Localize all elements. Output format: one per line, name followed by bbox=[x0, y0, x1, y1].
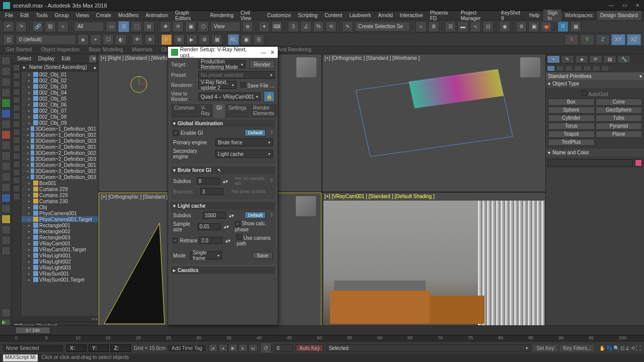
scene-item[interactable]: ◦▸VRayCam001 bbox=[21, 240, 98, 246]
render-production-icon[interactable]: 🫖 bbox=[541, 21, 552, 32]
scene-children-icon[interactable] bbox=[13, 88, 20, 96]
keyfilters-button[interactable]: Key Filters... bbox=[560, 345, 594, 351]
object-color-swatch[interactable] bbox=[635, 159, 642, 166]
scene-filter-frozen-icon[interactable] bbox=[13, 193, 20, 200]
vp-label-tl[interactable]: [+] [Right ] [Standard ] [Wireframe ] bbox=[101, 55, 179, 61]
primitive-button-torus[interactable]: Torus bbox=[548, 123, 595, 130]
bruteforce-rollout[interactable]: Brute force GI bbox=[178, 167, 211, 173]
menu-scripting[interactable]: Scripting bbox=[295, 12, 320, 19]
dock-toggle-icon[interactable] bbox=[2, 56, 11, 65]
scene-item[interactable]: ◦▸3DGeom~1_Definition_001 bbox=[21, 126, 98, 132]
tab-settings[interactable]: Settings bbox=[225, 104, 250, 117]
maximize-vp-icon[interactable]: ⛶ bbox=[636, 345, 641, 351]
cmd-tab-motion[interactable]: ⟳ bbox=[589, 55, 602, 63]
scene-filter-helper-icon[interactable] bbox=[13, 145, 20, 152]
lightcache-rollout[interactable]: Light cache bbox=[178, 203, 206, 209]
xz-constraint-icon[interactable]: XZ bbox=[627, 34, 641, 45]
lc-subdivs-spinner[interactable] bbox=[203, 212, 226, 219]
primitive-button-teapot[interactable]: Teapot bbox=[548, 131, 595, 138]
cylinder-icon[interactable] bbox=[2, 194, 11, 203]
selection-filter[interactable]: All bbox=[74, 22, 104, 32]
scene-item[interactable]: ◦▸Rectangle002 bbox=[21, 228, 98, 234]
sub-shapes-icon[interactable] bbox=[556, 65, 564, 71]
layer-manager-icon[interactable] bbox=[2, 77, 11, 86]
lc-save-button[interactable]: Save bbox=[252, 252, 273, 259]
tab-render-elements[interactable]: Render Elements bbox=[250, 104, 277, 117]
orbit-icon[interactable]: ⟲ bbox=[631, 345, 635, 351]
rotate-tool-icon[interactable] bbox=[2, 151, 11, 160]
lc-sample-spinner[interactable] bbox=[198, 223, 221, 230]
scene-item[interactable]: ◦▸002_Obj_07 bbox=[21, 108, 98, 114]
autokey-button[interactable]: Auto Key bbox=[296, 344, 324, 352]
time-config-icon[interactable]: ⏱ bbox=[261, 342, 272, 353]
x-constraint-icon[interactable]: X bbox=[565, 34, 579, 45]
toggle-ribbon-icon[interactable]: ▬ bbox=[457, 21, 468, 32]
pan-view-icon[interactable]: ✋ bbox=[599, 345, 605, 351]
manipulate-icon[interactable]: ✦ bbox=[259, 21, 270, 32]
spinner-snap-icon[interactable]: ⟲ bbox=[326, 21, 337, 32]
object-name-input[interactable] bbox=[548, 159, 633, 166]
prev-frame-icon[interactable]: ◂ bbox=[218, 344, 227, 352]
menu-file[interactable]: File bbox=[2, 12, 16, 19]
named-selection-dropdown[interactable]: Create Selection Se bbox=[355, 22, 410, 32]
setkey-button[interactable]: Set Key bbox=[533, 345, 557, 351]
scene-item[interactable]: ◦▸002_Obj_03 bbox=[21, 83, 98, 89]
category-dropdown[interactable]: Standard Primitives bbox=[548, 73, 639, 79]
scene-item[interactable]: ◦▸002_Obj_06 bbox=[21, 102, 98, 108]
retrace-checkbox[interactable]: ✓ bbox=[173, 238, 178, 243]
sub-lights-icon[interactable] bbox=[565, 65, 573, 71]
lock-view-icon[interactable]: 🔒 bbox=[264, 91, 275, 102]
scene-item[interactable]: ◦▸Obj bbox=[21, 204, 98, 210]
ribbon-inspection[interactable]: Object Inspection bbox=[37, 46, 84, 54]
scene-search-icon[interactable] bbox=[13, 64, 20, 71]
scene-item[interactable]: ◦▸002_Obj_09 bbox=[21, 120, 98, 126]
layer-select-icon[interactable]: ☐ bbox=[103, 34, 114, 45]
editor-icon[interactable]: ☰ bbox=[253, 34, 264, 45]
scene-expand-icon[interactable] bbox=[13, 97, 20, 104]
primitive-button-sphere[interactable]: Sphere bbox=[548, 107, 595, 114]
next-frame-icon[interactable]: ▸ bbox=[238, 344, 248, 352]
keymode-dropdown[interactable]: Selected bbox=[327, 344, 531, 351]
scene-item[interactable]: ◦▸Rectangle001 bbox=[21, 222, 98, 228]
goto-end-icon[interactable]: ▸| bbox=[249, 344, 258, 352]
frame-input[interactable] bbox=[275, 344, 293, 351]
tab-vray[interactable]: V-Ray bbox=[198, 104, 213, 117]
selector-icon[interactable] bbox=[2, 99, 11, 108]
placement-icon[interactable]: ⬡ bbox=[198, 21, 209, 32]
sim-icon[interactable]: ▶ bbox=[186, 34, 197, 45]
play-anim-icon[interactable]: ▶ bbox=[228, 344, 237, 352]
scene-item[interactable]: ◦▸3DGeom~3_Definition_001 bbox=[21, 162, 98, 168]
menu-arnold[interactable]: Arnold bbox=[375, 12, 396, 19]
viewcube-icon[interactable] bbox=[296, 57, 316, 77]
usecam-checkbox[interactable] bbox=[236, 234, 242, 240]
zoom-icon[interactable]: 🔍 bbox=[613, 345, 619, 351]
scene-filter-xref-icon[interactable] bbox=[13, 177, 20, 184]
viewport-top-right[interactable]: [+] [Orthographic ] [Standard ] [Wirefra… bbox=[323, 54, 545, 192]
enable-gi-checkbox[interactable]: ✓ bbox=[173, 130, 179, 136]
align-icon[interactable]: ≣ bbox=[428, 21, 439, 32]
scene-item[interactable]: ◦▸3DGeom~2_Definition_003 bbox=[21, 156, 98, 162]
grid-icon[interactable]: ⊞ bbox=[174, 34, 185, 45]
sphere-icon[interactable] bbox=[2, 183, 11, 192]
menu-help[interactable]: Help bbox=[526, 12, 543, 19]
scene-filter-cam-icon[interactable] bbox=[13, 137, 20, 144]
redo-icon[interactable]: ↷ bbox=[16, 21, 27, 32]
undo-icon[interactable]: ↶ bbox=[3, 21, 14, 32]
scene-item[interactable]: ◦▸002_Obj_04 bbox=[21, 89, 98, 96]
menu-pm[interactable]: Project Manager bbox=[458, 10, 497, 22]
scene-item[interactable]: ◦▸3DGeom~2_Definition_001 bbox=[21, 144, 98, 150]
menu-create[interactable]: Create bbox=[93, 12, 114, 19]
tab-gi[interactable]: GI bbox=[213, 104, 225, 118]
scene-filter-shape-icon[interactable] bbox=[13, 121, 20, 128]
relax-icon[interactable]: RL bbox=[228, 34, 239, 45]
angle-snap-icon[interactable]: ∠ bbox=[300, 21, 311, 32]
scene-tab-display[interactable]: Display bbox=[35, 55, 58, 62]
viewcube-icon[interactable] bbox=[296, 196, 316, 216]
rect-region-icon[interactable]: ⬚ bbox=[131, 21, 142, 32]
cube-icon[interactable] bbox=[2, 172, 11, 182]
curve-editor-icon[interactable]: ∿ bbox=[470, 21, 481, 32]
scale-icon[interactable]: ▣ bbox=[185, 21, 196, 32]
scene-item[interactable]: ◦▸3DGeom~2_Definition_002 bbox=[21, 150, 98, 156]
sub-systems-icon[interactable] bbox=[601, 65, 609, 71]
scene-close-icon[interactable]: ✕ bbox=[89, 55, 96, 62]
